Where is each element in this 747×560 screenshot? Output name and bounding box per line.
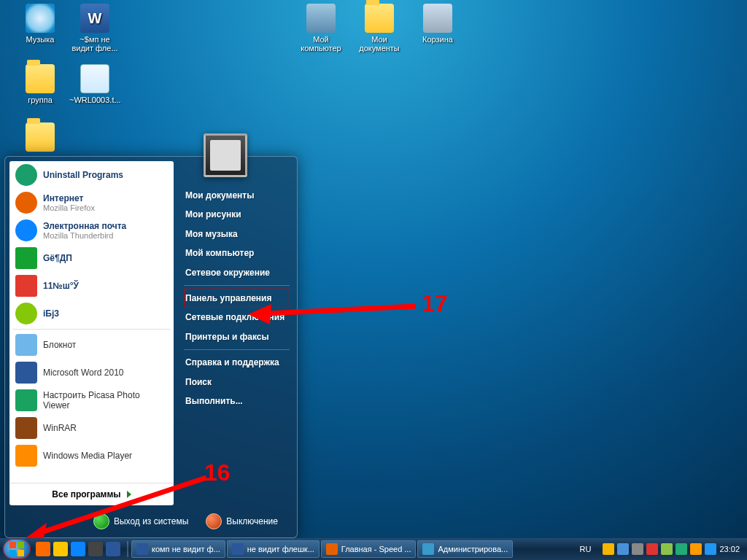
desktop-icon-Мой компьютер[interactable]: Мой компьютер xyxy=(295,4,347,52)
svg-line-2 xyxy=(35,478,206,534)
desktop-icon-группа[interactable]: группа xyxy=(15,64,66,104)
program-icon xyxy=(15,275,37,297)
task-label: комп не видит ф... xyxy=(152,545,220,553)
desktop-icon-folder[interactable] xyxy=(15,122,66,154)
folder-icon xyxy=(365,4,394,33)
desktop-icon-label: Мои документы xyxy=(354,35,405,52)
program-icon xyxy=(15,303,37,324)
places-item-Моя музыка[interactable]: Моя музыка xyxy=(184,225,290,244)
taskbar-window-не видит флешк...[interactable]: не видит флешк... xyxy=(227,540,320,558)
program-icon xyxy=(15,247,37,269)
taskbar-separator xyxy=(127,541,128,557)
desktop-icon-label: группа xyxy=(15,96,66,104)
places-item-Выполнить...[interactable]: Выполнить... xyxy=(184,392,290,411)
tray-icon[interactable] xyxy=(603,543,614,555)
places-item-Справка и поддержка[interactable]: Справка и поддержка xyxy=(184,353,290,372)
program-icon xyxy=(15,389,37,411)
tray-icon[interactable] xyxy=(646,543,658,555)
program-iБј3[interactable]: iБј3 xyxy=(9,300,174,327)
task-icon xyxy=(422,543,434,555)
svg-marker-1 xyxy=(248,304,271,324)
tray-icon[interactable] xyxy=(690,543,702,555)
task-icon xyxy=(326,543,338,555)
program-icon xyxy=(15,219,37,241)
program-Интернет[interactable]: ИнтернетMozilla Firefox xyxy=(9,189,174,217)
task-label: Администрирова... xyxy=(438,545,508,553)
quicklaunch-icon[interactable] xyxy=(53,542,68,556)
places-item-Мой компьютер[interactable]: Мой компьютер xyxy=(184,244,290,262)
program-icon xyxy=(15,417,37,439)
program-title: Электронная почта xyxy=(43,221,126,231)
svg-line-0 xyxy=(266,306,416,314)
places-item-Сетевое окружение[interactable]: Сетевое окружение xyxy=(184,263,290,282)
program-Gё¶ДП[interactable]: Gё¶ДП xyxy=(9,244,174,272)
tray-icon[interactable] xyxy=(661,543,673,555)
desktop-icon-Музыка[interactable]: Музыка xyxy=(15,4,66,44)
program-Электронная почта[interactable]: Электронная почтаMozilla Thunderbird xyxy=(9,217,174,244)
program-title: Gё¶ДП xyxy=(43,253,72,263)
arrow-16 xyxy=(20,470,210,547)
disc-icon xyxy=(26,4,55,33)
folder-icon xyxy=(26,122,55,152)
program-icon xyxy=(15,334,37,356)
separator xyxy=(184,349,290,350)
taskbar-window-Главная - Speed ...[interactable]: Главная - Speed ... xyxy=(321,540,417,558)
separator xyxy=(12,329,171,330)
desktop-icon-~WRL0003.t...[interactable]: ~WRL0003.t... xyxy=(69,64,120,104)
program-11№ш°Ў[interactable]: 11№ш°Ў xyxy=(9,272,174,300)
desktop-icon-~$мп не видит фле...[interactable]: W~$мп не видит фле... xyxy=(69,4,120,52)
places-item-Мои рисунки[interactable]: Мои рисунки xyxy=(184,205,290,224)
tray-icon[interactable] xyxy=(705,543,716,555)
clock[interactable]: 23:02 xyxy=(719,545,740,553)
task-icon xyxy=(232,543,244,555)
start-menu-programs-pane: Uninstall Programs ИнтернетMozilla Firef… xyxy=(9,161,174,505)
task-icon xyxy=(136,543,148,555)
places-item-Принтеры и факсы[interactable]: Принтеры и факсы xyxy=(184,327,290,346)
program-Windows Media Player[interactable]: Windows Media Player xyxy=(9,442,174,470)
taskbar: комп не видит ф...не видит флешк...Главн… xyxy=(0,538,747,560)
shutdown-button[interactable]: Выключение xyxy=(198,510,285,532)
places-item-Мои документы[interactable]: Мои документы xyxy=(184,186,290,205)
word-icon: W xyxy=(80,4,109,33)
quicklaunch-icon[interactable] xyxy=(88,542,103,556)
program-icon xyxy=(15,164,37,186)
program-Настроить Picasa Photo Viewer[interactable]: Настроить Picasa Photo Viewer xyxy=(9,386,174,414)
desktop-icon-label: Корзина xyxy=(412,35,463,44)
program-title: 11№ш°Ў xyxy=(43,281,79,291)
tray-network-icon[interactable] xyxy=(632,543,643,555)
quicklaunch-icon[interactable] xyxy=(36,542,50,556)
program-title: Microsoft Word 2010 xyxy=(43,368,124,378)
annotation-17: 17 xyxy=(422,290,448,317)
program-title: Windows Media Player xyxy=(43,451,132,461)
task-label: Главная - Speed ... xyxy=(341,545,411,553)
system-tray: RU 23:02 xyxy=(580,543,744,555)
program-WinRAR[interactable]: WinRAR xyxy=(9,414,174,442)
taskbar-window-комп не видит ф...[interactable]: комп не видит ф... xyxy=(131,540,225,558)
program-title: Интернет xyxy=(43,193,95,203)
comp-icon xyxy=(306,4,336,33)
arrow-17 xyxy=(248,295,423,324)
quicklaunch-icon[interactable] xyxy=(106,542,120,556)
program-title: WinRAR xyxy=(43,423,77,433)
start-button[interactable] xyxy=(3,539,31,559)
program-title: Uninstall Programs xyxy=(43,170,123,180)
program-Microsoft Word 2010[interactable]: Microsoft Word 2010 xyxy=(9,359,174,386)
program-icon xyxy=(15,192,37,214)
desktop-icon-Мои документы[interactable]: Мои документы xyxy=(354,4,405,52)
language-indicator[interactable]: RU xyxy=(580,545,592,553)
program-Uninstall Programs[interactable]: Uninstall Programs xyxy=(9,161,174,189)
quicklaunch-icon[interactable] xyxy=(71,542,85,556)
places-item-Поиск[interactable]: Поиск xyxy=(184,373,290,392)
taskbar-window-Администрирова...[interactable]: Администрирова... xyxy=(417,540,513,558)
file-icon xyxy=(80,64,109,93)
program-Блокнот[interactable]: Блокнот xyxy=(9,331,174,359)
desktop-icon-label: Мой компьютер xyxy=(295,35,347,52)
shutdown-label: Выключение xyxy=(226,516,278,526)
program-subtitle: Mozilla Thunderbird xyxy=(43,231,126,240)
user-picture[interactable] xyxy=(204,133,247,177)
tray-icon[interactable] xyxy=(617,543,629,555)
tray-volume-icon[interactable] xyxy=(676,543,687,555)
desktop-icon-Корзина[interactable]: Корзина xyxy=(412,4,463,44)
folder-icon xyxy=(26,64,55,93)
program-title: Блокнот xyxy=(43,340,76,350)
